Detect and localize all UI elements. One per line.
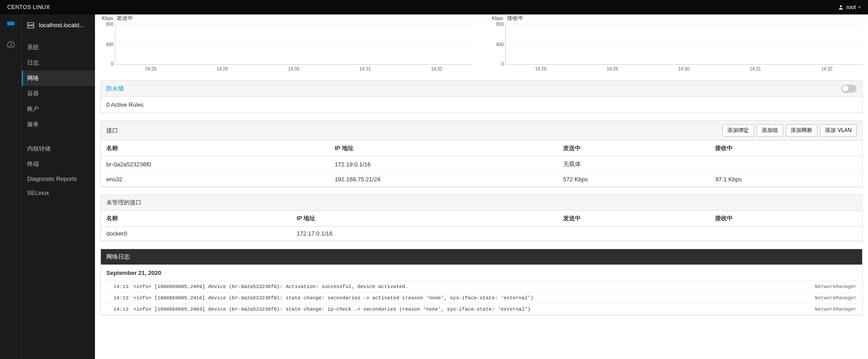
user-icon: [838, 5, 844, 10]
unmanaged-panel: 未管理的接口 名称 IP 地址 发送中 接收中 docker0172.17.0.…: [100, 194, 863, 241]
xtick: 14:28: [145, 66, 157, 71]
log-row[interactable]: 14:13<info> [1600668805.2403] device (br…: [101, 304, 862, 315]
host-icon[interactable]: [6, 21, 15, 27]
chart-title-recv: 接收中: [507, 14, 523, 22]
svg-rect-2: [28, 26, 34, 28]
logs-title: 网络日志: [106, 253, 130, 261]
sidebar-item-selinux[interactable]: SELinux: [22, 186, 95, 200]
cell-ip: 172.19.0.1/16: [329, 156, 558, 172]
sidebar-item-services[interactable]: 服务: [22, 117, 95, 132]
logs-panel: 网络日志 September 21, 2020 14:13<info> [160…: [100, 249, 863, 316]
sidebar-item-system[interactable]: 系统: [22, 40, 95, 55]
main-content: Kbps 发送中 800 400 0 14:28 14:29 14:30: [95, 14, 868, 359]
xtick: 14:32: [821, 66, 832, 71]
col-ip: IP 地址: [329, 141, 558, 156]
col-ip: IP 地址: [291, 211, 558, 227]
sidebar-item-diagnostic[interactable]: Diagnostic Reports: [22, 172, 95, 186]
cell-send: 无载体: [558, 156, 710, 172]
table-row[interactable]: docker0172.17.0.1/16: [101, 227, 862, 241]
chart-unit: Kbps: [100, 15, 113, 21]
add-bridge-button[interactable]: 添加网桥: [786, 124, 817, 137]
log-msg: <info> [1600668805.2459] device (br-0a2a…: [133, 284, 806, 289]
log-source: NetworkManager: [815, 307, 857, 312]
cell-name: docker0: [101, 227, 291, 241]
ytick: 800: [102, 22, 114, 27]
xtick: 14:31: [360, 66, 371, 71]
log-row[interactable]: 14:13<info> [1600668805.2459] device (br…: [101, 281, 862, 293]
log-row[interactable]: 14:13<info> [1600668805.2416] device (br…: [101, 293, 862, 304]
sidebar-item-accounts[interactable]: 账户: [22, 101, 95, 117]
xtick: 14:32: [431, 66, 442, 71]
col-recv: 接收中: [710, 141, 862, 156]
firewall-panel: 防火墙 0 Active Rules: [100, 80, 863, 113]
unmanaged-title: 未管理的接口: [106, 198, 142, 207]
col-name: 名称: [101, 141, 329, 156]
xtick: 14:29: [217, 66, 228, 71]
interfaces-panel: 接口 添加绑定 添加组 添加网桥 添加 VLAN 名称 IP 地址 发送中 接收…: [100, 120, 863, 187]
chevron-down-icon: ▾: [859, 5, 861, 9]
log-time: 14:13: [114, 284, 133, 289]
logs-date: September 21, 2020: [101, 265, 862, 281]
col-name: 名称: [101, 211, 291, 227]
host-name: localhost.locald...: [39, 22, 84, 28]
xtick: 14:28: [535, 66, 546, 71]
xtick: 14:31: [749, 66, 761, 71]
cell-recv: 97.1 Kbps: [710, 172, 862, 187]
firewall-toggle[interactable]: [841, 85, 857, 93]
brand-label: CENTOS LINUX: [7, 4, 50, 10]
ytick: 0: [102, 61, 114, 66]
chart-send: Kbps 发送中 800 400 0 14:28 14:29 14:30: [100, 14, 473, 71]
cell-ip: 172.17.0.1/16: [291, 227, 558, 241]
svg-point-0: [840, 5, 842, 8]
ytick: 400: [102, 42, 114, 47]
host-header[interactable]: localhost.locald...: [22, 14, 95, 36]
cell-send: 572 Kbps: [558, 172, 710, 187]
ytick: 800: [492, 22, 504, 27]
log-msg: <info> [1600668805.2403] device (br-0a2a…: [133, 307, 806, 312]
add-vlan-button[interactable]: 添加 VLAN: [820, 124, 857, 137]
cell-recv: [710, 227, 862, 241]
table-row[interactable]: ens32192.168.75.21/24572 Kbps97.1 Kbps: [101, 172, 862, 187]
sidebar-item-kdump[interactable]: 内核转储: [22, 141, 95, 156]
add-bond-button[interactable]: 添加绑定: [722, 124, 754, 137]
chart-recv: Kbps 接收中 800 400 0 14:28 14:29 14:30: [491, 14, 863, 71]
sidebar: localhost.locald... 系统 日志 网络 容器 账户 服务 内核…: [22, 14, 95, 359]
col-recv: 接收中: [710, 211, 862, 227]
ytick: 400: [492, 42, 504, 47]
cell-recv: [710, 156, 862, 172]
col-send: 发送中: [558, 211, 710, 227]
dashboard-icon[interactable]: [6, 40, 15, 50]
sidebar-item-network[interactable]: 网络: [22, 71, 95, 86]
col-send: 发送中: [558, 141, 710, 156]
table-row[interactable]: br-0a2a523236f0172.19.0.1/16无载体: [101, 156, 862, 172]
firewall-link[interactable]: 防火墙: [106, 85, 124, 93]
xtick: 14:30: [678, 66, 689, 71]
xtick: 14:29: [607, 66, 618, 71]
sidebar-item-logs[interactable]: 日志: [22, 55, 95, 71]
cell-ip: 192.168.75.21/24: [329, 172, 558, 187]
user-name: root: [846, 4, 856, 10]
chart-unit: Kbps: [491, 15, 503, 21]
log-source: NetworkManager: [815, 284, 857, 289]
sidebar-item-terminal[interactable]: 终端: [22, 156, 95, 172]
chart-title-send: 发送中: [117, 14, 133, 22]
ytick: 0: [492, 61, 504, 66]
icon-sidebar: [0, 14, 22, 359]
topbar: CENTOS LINUX root ▾: [0, 0, 868, 14]
firewall-status: 0 Active Rules: [101, 97, 862, 113]
cell-name: ens32: [101, 172, 329, 187]
cell-send: [558, 227, 710, 241]
log-source: NetworkManager: [815, 295, 857, 301]
interfaces-title: 接口: [106, 127, 118, 135]
xtick: 14:30: [288, 66, 299, 71]
server-icon: [27, 22, 34, 29]
log-msg: <info> [1600668805.2416] device (br-0a2a…: [133, 295, 806, 301]
user-menu[interactable]: root ▾: [838, 4, 861, 10]
log-time: 14:13: [114, 307, 133, 312]
add-team-button[interactable]: 添加组: [757, 124, 783, 137]
sidebar-item-containers[interactable]: 容器: [22, 86, 95, 101]
cell-name: br-0a2a523236f0: [101, 156, 329, 172]
log-time: 14:13: [114, 295, 133, 301]
svg-rect-1: [28, 23, 34, 25]
